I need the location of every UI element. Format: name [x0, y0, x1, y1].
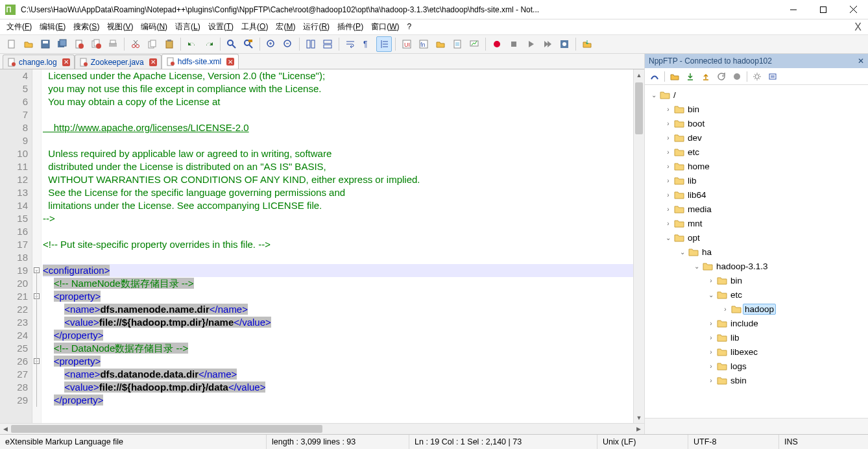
- tree-node-lib[interactable]: ›lib: [645, 173, 868, 188]
- print-icon[interactable]: [105, 36, 121, 52]
- record-macro-icon[interactable]: [489, 36, 505, 52]
- open-file-icon[interactable]: [21, 36, 36, 52]
- svg-line-26: [232, 45, 235, 48]
- connect-icon[interactable]: [647, 69, 662, 84]
- menu-设置(T)[interactable]: 设置(T): [204, 21, 237, 32]
- fold-column[interactable]: −−−: [32, 69, 42, 423]
- open-folder-icon[interactable]: [668, 69, 682, 84]
- tab-close-x[interactable]: X: [850, 21, 865, 33]
- menu-语言(L)[interactable]: 语言(L): [171, 21, 204, 32]
- tree-node-hadoop[interactable]: ›hadoop: [645, 302, 868, 316]
- tree-node-hadoop-3.1.3[interactable]: ⌄hadoop-3.1.3: [645, 259, 868, 273]
- paste-icon[interactable]: [162, 36, 177, 52]
- status-eol[interactable]: Unix (LF): [597, 435, 688, 449]
- sync-hscroll-icon[interactable]: [320, 36, 335, 52]
- tree-node-bin[interactable]: ›bin: [645, 102, 868, 116]
- abort-icon[interactable]: [730, 69, 744, 84]
- lang-ui-icon[interactable]: UI: [399, 36, 415, 52]
- tab-hdfs-site.xml[interactable]: hdfs-site.xml✕: [162, 54, 239, 69]
- redo-icon[interactable]: [201, 36, 217, 52]
- tree-node-dev[interactable]: ›dev: [645, 130, 868, 145]
- tree-node-libexec[interactable]: ›libexec: [645, 345, 868, 359]
- menu-?[interactable]: ?: [403, 21, 415, 32]
- tree-node-/[interactable]: ⌄/: [645, 88, 868, 102]
- tree-node-ha[interactable]: ⌄ha: [645, 245, 868, 259]
- save-all-icon[interactable]: [54, 36, 70, 52]
- code-area[interactable]: Licensed under the Apache License, Versi…: [42, 69, 633, 423]
- tree-node-boot[interactable]: ›boot: [645, 116, 868, 130]
- status-ins[interactable]: INS: [778, 435, 868, 449]
- menu-窗口(W)[interactable]: 窗口(W): [367, 21, 403, 32]
- func-list-icon[interactable]: fn: [416, 36, 431, 52]
- nppftp-close-icon[interactable]: ✕: [858, 56, 864, 66]
- close-all-icon[interactable]: [88, 36, 104, 52]
- zoom-in-icon[interactable]: [263, 36, 279, 52]
- menu-编码(N)[interactable]: 编码(N): [137, 21, 171, 32]
- wordwrap-icon[interactable]: [343, 36, 358, 52]
- folder-icon: [673, 104, 685, 114]
- play-multi-icon[interactable]: [540, 36, 555, 52]
- tree-node-etc[interactable]: ⌄etc: [645, 287, 868, 302]
- play-macro-icon[interactable]: [523, 36, 538, 52]
- upload-icon[interactable]: [699, 69, 713, 84]
- editor[interactable]: 4567891011121314151617181920212223242526…: [0, 69, 644, 423]
- cut-icon[interactable]: [128, 36, 143, 52]
- folder-icon: [716, 375, 728, 385]
- sync-vscroll-icon[interactable]: [303, 36, 319, 52]
- status-enc[interactable]: UTF-8: [688, 435, 778, 449]
- tree-node-sbin[interactable]: ›sbin: [645, 373, 868, 387]
- zoom-out-icon[interactable]: [280, 36, 296, 52]
- menu-搜索(S)[interactable]: 搜索(S): [69, 21, 103, 32]
- tree-node-media[interactable]: ›media: [645, 202, 868, 216]
- tree-node-mnt[interactable]: ›mnt: [645, 216, 868, 230]
- file-icon: [79, 58, 88, 67]
- indent-guide-icon[interactable]: [376, 36, 392, 52]
- close-tab-icon[interactable]: ✕: [62, 58, 70, 66]
- tree-node-logs[interactable]: ›logs: [645, 359, 868, 373]
- copy-icon[interactable]: [145, 36, 160, 52]
- nppftp-icon[interactable]: [579, 36, 595, 52]
- menu-宏(M)[interactable]: 宏(M): [272, 21, 299, 32]
- new-file-icon[interactable]: [4, 36, 19, 52]
- menu-文件(F)[interactable]: 文件(F): [3, 21, 36, 32]
- refresh-icon[interactable]: [714, 69, 729, 84]
- save-icon[interactable]: [38, 36, 53, 52]
- tree-node-include[interactable]: ›include: [645, 316, 868, 330]
- folder-workspace-icon[interactable]: [433, 36, 448, 52]
- doc-map-icon[interactable]: [450, 36, 465, 52]
- tree-node-lib[interactable]: ›lib: [645, 330, 868, 345]
- tree-node-home[interactable]: ›home: [645, 159, 868, 173]
- horizontal-scrollbar[interactable]: ◀▶: [0, 423, 644, 434]
- folder-icon: [716, 275, 728, 285]
- download-icon[interactable]: [683, 69, 697, 84]
- close-tab-icon[interactable]: ✕: [149, 58, 157, 66]
- tree-node-bin[interactable]: ›bin: [645, 273, 868, 287]
- vertical-scrollbar[interactable]: ▲ ▼: [633, 69, 644, 423]
- save-macro-icon[interactable]: [557, 36, 572, 52]
- replace-icon[interactable]: [241, 36, 256, 52]
- menu-插件(P)[interactable]: 插件(P): [333, 21, 367, 32]
- tree-node-etc[interactable]: ›etc: [645, 145, 868, 159]
- menu-编辑(E)[interactable]: 编辑(E): [36, 21, 69, 32]
- stop-macro-icon[interactable]: [506, 36, 522, 52]
- undo-icon[interactable]: [184, 36, 200, 52]
- maximize-button[interactable]: [808, 0, 838, 19]
- find-icon[interactable]: [224, 36, 239, 52]
- close-window-button[interactable]: [838, 0, 868, 19]
- tree-node-lib64[interactable]: ›lib64: [645, 188, 868, 202]
- minimize-button[interactable]: [778, 0, 808, 19]
- tab-Zookeeper.java[interactable]: Zookeeper.java✕: [75, 55, 162, 69]
- show-all-chars-icon[interactable]: ¶: [359, 36, 375, 52]
- settings-icon[interactable]: [750, 69, 764, 84]
- messages-icon[interactable]: [766, 69, 780, 84]
- close-file-icon[interactable]: [71, 36, 87, 52]
- monitor-icon[interactable]: [466, 36, 482, 52]
- tree-node-opt[interactable]: ⌄opt: [645, 230, 868, 245]
- svg-rect-36: [311, 40, 315, 48]
- menu-工具(O)[interactable]: 工具(O): [237, 21, 272, 32]
- ftp-tree[interactable]: ⌄/›bin›boot›dev›etc›home›lib›lib64›media…: [645, 85, 868, 418]
- tab-change.log[interactable]: change.log✕: [3, 55, 75, 69]
- menu-运行(R)[interactable]: 运行(R): [299, 21, 333, 32]
- menu-视图(V)[interactable]: 视图(V): [103, 21, 137, 32]
- close-tab-icon[interactable]: ✕: [226, 58, 234, 66]
